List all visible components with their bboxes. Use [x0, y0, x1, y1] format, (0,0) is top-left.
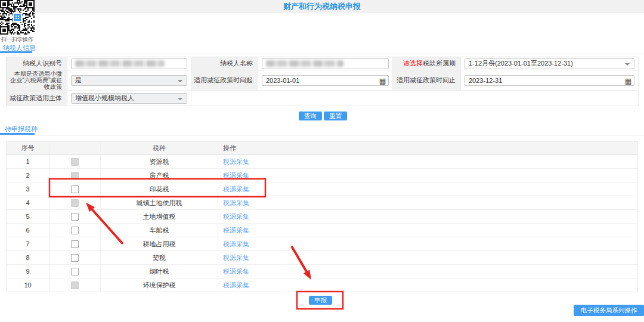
tax-select-checkbox [71, 158, 79, 166]
tax-type-label: 车船税 [101, 224, 218, 237]
tax-source-collect-link[interactable]: 税源采集 [223, 157, 249, 166]
tax-source-collect-link[interactable]: 税源采集 [223, 199, 249, 208]
checkbox-cell [49, 237, 101, 250]
action-cell: 税源采集 [218, 169, 637, 182]
tax-source-collect-link[interactable]: 税源采集 [223, 185, 249, 194]
action-cell: 税源采集 [218, 224, 637, 237]
table-row: 9烟叶税税源采集 [7, 265, 637, 278]
tax-period-label: 请选择税款所属期 [393, 57, 461, 70]
action-cell: 税源采集 [218, 265, 637, 278]
tax-source-collect-link[interactable]: 税源采集 [223, 240, 249, 249]
tax-period-label-text: 税款所属期 [423, 60, 456, 67]
policy-subject-select[interactable]: 增值税小规模纳税人 [71, 93, 187, 104]
tax-source-collect-link[interactable]: 税源采集 [223, 281, 249, 290]
taxpayer-info-form: 纳税人识别号 纳税人名称 请选择税款所属期 1-12月份(2023-01-01至… [6, 57, 638, 106]
table-row: 2房产税税源采集 [7, 169, 637, 182]
tax-type-label: 耕地占用税 [101, 237, 218, 250]
row-number: 6 [7, 224, 49, 237]
page-title: 财产和行为税纳税申报 [0, 0, 644, 13]
checkbox-cell [49, 155, 101, 168]
header-action: 操作 [218, 142, 637, 154]
table-row: 3印花税税源采集 [7, 182, 637, 196]
header-tax-type: 税种 [101, 142, 218, 154]
tax-source-collect-link[interactable]: 税源采集 [223, 226, 249, 235]
action-cell: 税源采集 [218, 251, 637, 264]
row-number: 10 [7, 278, 49, 292]
tax-select-checkbox[interactable] [71, 185, 79, 193]
row-number: 5 [7, 210, 49, 223]
reduce-end-value: 2023-12-31 [469, 77, 502, 84]
tax-select-checkbox [71, 172, 79, 179]
checkbox-cell [49, 196, 101, 209]
reset-button[interactable]: 重置 [324, 112, 347, 120]
tax-period-value: 1-12月份(2023-01-01至2023-12-31) [469, 59, 573, 68]
checkbox-cell [49, 278, 101, 292]
tax-type-label: 烟叶税 [101, 265, 218, 278]
table-header-row: 序号 税种 操作 [7, 142, 637, 155]
tax-period-select[interactable]: 1-12月份(2023-01-01至2023-12-31) [465, 58, 634, 69]
tax-select-checkbox [71, 281, 79, 289]
qr-code [0, 0, 35, 35]
micro-policy-value: 是 [75, 76, 82, 85]
table-row: 4城镇土地使用税税源采集 [7, 196, 637, 210]
query-button[interactable]: 查询 [299, 112, 322, 120]
tax-select-checkbox[interactable] [71, 213, 79, 221]
video-tutorial-button[interactable]: 电子税务局系列操作讲解视频 [574, 305, 644, 316]
tax-select-checkbox[interactable] [71, 254, 79, 262]
policy-subject-label: 减征政策适用主体 [7, 91, 67, 106]
action-cell: 税源采集 [218, 278, 637, 292]
property-behavior-tax-page: 财产和行为税纳税申报 扫一扫学操作 纳税人信息 纳税人识别号 纳税人名称 请选择… [0, 0, 644, 322]
tax-table-body: 1资源税税源采集2房产税税源采集3印花税税源采集4城镇土地使用税税源采集5土地增… [7, 155, 637, 292]
table-row: 8契税税源采集 [7, 251, 637, 265]
checkbox-cell [49, 224, 101, 237]
tax-type-label: 房产税 [101, 169, 218, 182]
chevron-down-icon [178, 98, 182, 100]
chevron-down-icon [178, 80, 182, 82]
taxpayer-name-label: 纳税人名称 [191, 57, 258, 70]
declare-button[interactable]: 申报 [309, 296, 332, 305]
tab-pending-taxes[interactable]: 待申报税种 [5, 125, 38, 134]
tax-type-label: 契税 [101, 251, 218, 264]
table-row: 7耕地占用税税源采集 [7, 237, 637, 251]
tax-type-label: 城镇土地使用税 [101, 196, 218, 209]
calendar-icon[interactable]: ▦ [379, 76, 386, 86]
micro-policy-select[interactable]: 是 [71, 75, 187, 86]
reduce-start-value: 2023-01-01 [266, 77, 299, 84]
tax-source-collect-link[interactable]: 税源采集 [223, 212, 249, 221]
taxpayer-name-cell [258, 57, 393, 70]
reduce-start-date-input[interactable]: 2023-01-01 ▦ [262, 75, 389, 86]
pending-tax-table: 序号 税种 操作 1资源税税源采集2房产税税源采集3印花税税源采集4城镇土地使用… [6, 141, 638, 292]
checkbox-cell [49, 210, 101, 223]
action-cell: 税源采集 [218, 196, 637, 209]
action-cell: 税源采集 [218, 182, 637, 196]
taxpayer-id-label: 纳税人识别号 [7, 57, 67, 70]
table-row: 1资源税税源采集 [7, 155, 637, 169]
tax-source-collect-link[interactable]: 税源采集 [223, 171, 249, 180]
calendar-icon[interactable]: ▦ [625, 76, 631, 86]
table-row: 10环境保护税税源采集 [7, 278, 637, 292]
header-checkbox [49, 142, 101, 154]
tax-type-label: 土地增值税 [101, 210, 218, 223]
micro-policy-label: 本期是否适用小微企业“六税两费”减征收政策 [7, 70, 67, 91]
row-number: 9 [7, 265, 49, 278]
tax-source-collect-link[interactable]: 税源采集 [223, 253, 249, 262]
checkbox-cell [49, 182, 101, 196]
taxpayer-name-input[interactable] [262, 58, 389, 69]
row-number: 8 [7, 251, 49, 264]
taxpayer-id-input[interactable] [71, 58, 187, 69]
tax-type-label: 印花税 [101, 182, 218, 196]
tax-source-collect-link[interactable]: 税源采集 [223, 267, 249, 276]
tab-taxpayer-info-underline [0, 51, 32, 53]
action-cell: 税源采集 [218, 210, 637, 223]
tax-select-checkbox[interactable] [71, 240, 79, 248]
reduce-end-date-input[interactable]: 2023-12-31 ▦ [465, 75, 634, 86]
taxpayer-id-cell [67, 57, 191, 70]
row-number: 3 [7, 182, 49, 196]
table-row: 6车船税税源采集 [7, 224, 637, 237]
form-empty-cell [191, 91, 639, 106]
section-divider [0, 54, 644, 54]
tax-type-label: 环境保护税 [101, 278, 218, 292]
tax-select-checkbox[interactable] [71, 268, 79, 275]
row-number: 4 [7, 196, 49, 209]
tax-select-checkbox[interactable] [71, 227, 79, 234]
